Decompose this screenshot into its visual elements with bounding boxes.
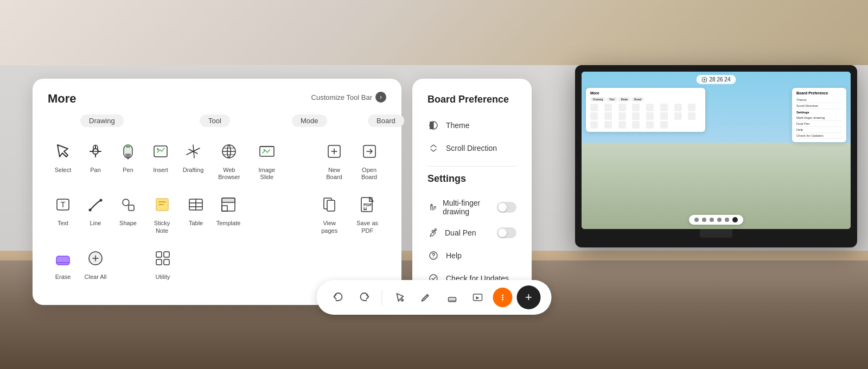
multi-finger-icon <box>427 201 437 213</box>
tv-mini-dual-pen: Dual Pen <box>796 121 842 127</box>
help-icon <box>427 250 439 262</box>
tool-sticky-note[interactable]: Sticky Note <box>145 187 178 238</box>
tool-insert-label: Insert <box>153 167 168 174</box>
tool-table[interactable]: Table <box>181 187 211 238</box>
undo-button[interactable] <box>328 287 349 308</box>
dual-pen-toggle[interactable] <box>497 227 516 238</box>
dual-pen-label: Dual Pen <box>445 228 476 237</box>
svg-point-35 <box>433 257 434 258</box>
dual-pen-left: Dual Pen <box>427 227 476 239</box>
svg-rect-30 <box>156 259 162 265</box>
tv-mini-settings-label: Settings <box>796 111 842 114</box>
tool-pen-label: Pen <box>123 167 133 174</box>
tool-utility[interactable]: Utility <box>148 241 178 285</box>
customize-arrow-icon: › <box>375 92 386 103</box>
svg-rect-17 <box>129 205 134 211</box>
tv-mini-more-title: More <box>590 91 701 95</box>
customize-toolbar-label: Customize Tool Bar <box>311 93 372 101</box>
tool-erase[interactable]: Erase <box>48 241 78 285</box>
tool-drafting[interactable]: Drafting <box>178 134 208 185</box>
svg-point-6 <box>157 148 159 150</box>
tool-select[interactable]: Select <box>48 134 78 185</box>
tool-shape[interactable]: Shape <box>113 187 143 238</box>
media-tool-button[interactable] <box>467 287 489 308</box>
category-mode: Mode <box>292 114 327 127</box>
tv-mini-help: Help <box>796 127 842 133</box>
tool-pan-label: Pan <box>90 167 101 174</box>
tv-frame: 28 26 24 More Drawing Tool Mode Board <box>575 65 857 247</box>
pan-icon <box>82 138 108 164</box>
tv-mini-multi-finger: Multi-finger drawing <box>796 115 842 121</box>
svg-rect-28 <box>156 252 162 257</box>
divider-1 <box>427 166 516 167</box>
shape-icon <box>115 192 141 218</box>
tv-mini-toolbar <box>689 215 743 225</box>
tv-tb-dot-5 <box>725 218 729 222</box>
tv-tb-dot-4 <box>717 218 722 222</box>
multi-finger-left: Multi-finger drawing <box>427 199 497 216</box>
bottom-toolbar: + <box>317 280 552 315</box>
tv-mini-scroll: Scroll Direction <box>796 103 842 109</box>
tool-template[interactable]: Template <box>213 187 244 238</box>
svg-rect-33 <box>430 122 433 129</box>
redo-button[interactable] <box>354 287 375 308</box>
view-pages-icon <box>316 192 342 218</box>
utility-icon <box>150 245 176 271</box>
tool-new-board[interactable]: New Board <box>318 134 350 185</box>
multi-finger-toggle[interactable] <box>497 202 516 213</box>
template-icon <box>215 192 241 218</box>
help-label: Help <box>446 251 462 260</box>
svg-rect-21 <box>222 198 235 202</box>
tool-web-browser[interactable]: Web Browser <box>210 134 248 185</box>
tool-save-pdf[interactable]: PDF Save as PDF <box>348 187 386 238</box>
tool-erase-label: Erase <box>55 273 71 281</box>
svg-point-39 <box>502 295 503 296</box>
svg-point-14 <box>89 209 92 212</box>
tv-mini-theme: Theme <box>796 97 842 103</box>
text-icon: T <box>50 192 76 218</box>
tool-image-slide[interactable]: Image Slide <box>250 134 284 185</box>
eraser-tool-button[interactable] <box>441 287 463 308</box>
tv-mini-board-title: Board Preference <box>796 91 842 95</box>
theme-menu-item[interactable]: Theme <box>427 114 516 137</box>
tools-row-1: Select Pan Pen Insert <box>48 134 386 185</box>
settings-title: Settings <box>427 173 516 184</box>
tool-text[interactable]: T Text <box>48 187 78 238</box>
web-browser-icon <box>216 138 242 164</box>
tools-row-3: Erase Clear All Utility <box>48 241 386 285</box>
scroll-direction-menu-item[interactable]: Scroll Direction <box>427 137 516 160</box>
tool-clear-all[interactable]: Clear All <box>80 241 111 285</box>
main-panel: More Customize Tool Bar › Drawing Tool M… <box>33 79 532 305</box>
svg-text:T: T <box>61 200 66 209</box>
dual-pen-setting[interactable]: Dual Pen <box>427 221 516 244</box>
more-options-button[interactable] <box>493 288 513 307</box>
multi-finger-label: Multi-finger drawing <box>443 199 497 216</box>
tv-mini-right-panel: Board Preference Theme Scroll Direction … <box>792 88 846 142</box>
tv-mini-check-updates: Check for Updates <box>796 133 842 139</box>
tool-pan[interactable]: Pan <box>80 134 111 185</box>
category-board: Board <box>368 114 404 127</box>
tv-tb-plus <box>732 217 738 222</box>
select-tool-button[interactable] <box>389 287 411 308</box>
new-board-icon <box>321 138 347 164</box>
table-icon <box>183 192 209 218</box>
tool-view-pages[interactable]: View pages <box>312 187 346 238</box>
pen-tool-button[interactable] <box>415 287 437 308</box>
tool-empty-3 <box>279 187 311 238</box>
categories-row: Drawing Tool Mode Board <box>48 114 386 130</box>
svg-point-41 <box>502 299 503 301</box>
customize-toolbar-button[interactable]: Customize Tool Bar › <box>311 92 386 103</box>
add-button[interactable]: + <box>517 285 541 309</box>
tv-tb-dot-2 <box>702 218 706 222</box>
tool-pen[interactable]: Pen <box>113 134 143 185</box>
tv-mini-more-panel: More Drawing Tool Mode Board <box>586 88 705 132</box>
tool-insert[interactable]: Insert <box>145 134 176 185</box>
svg-rect-31 <box>164 259 169 265</box>
multi-finger-setting[interactable]: Multi-finger drawing <box>427 193 516 221</box>
tool-line[interactable]: Line <box>80 187 111 238</box>
pen-icon <box>115 138 141 164</box>
erase-icon <box>50 245 76 271</box>
tool-open-board[interactable]: Open Board <box>352 134 386 185</box>
help-menu-item[interactable]: Help <box>427 244 516 267</box>
tool-clear-all-label: Clear All <box>85 273 107 281</box>
